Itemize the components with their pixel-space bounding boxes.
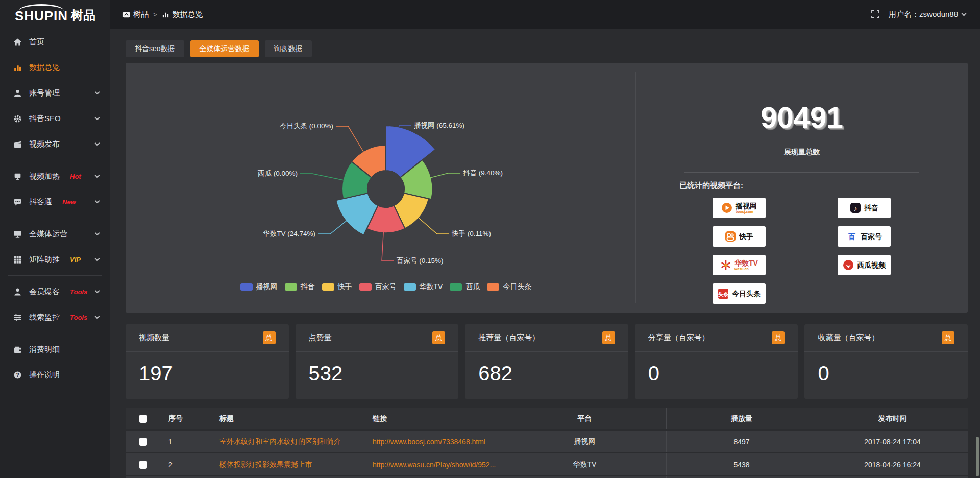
legend-item-播视网[interactable]: 播视网 (240, 282, 278, 292)
legend-item-百家号[interactable]: 百家号 (359, 282, 397, 292)
legend-swatch (322, 283, 334, 291)
legend-swatch (240, 283, 253, 291)
sidebar-item-5[interactable]: 视频发布 (0, 131, 110, 157)
cell-url-link[interactable]: http://www.wasu.cn/Play/show/id/952... (365, 453, 503, 475)
platforms-label: 已统计的视频平台: (679, 181, 968, 190)
cell-url-link[interactable]: http://www.boosj.com/7338468.html (365, 431, 503, 452)
sidebar-item-3[interactable]: 账号管理 (0, 80, 110, 106)
stat-card-1: 视频数量 总 197 (126, 324, 289, 399)
sidebar-item-6[interactable]: 视频加热 Hot (0, 163, 110, 189)
sidebar-item-8[interactable]: 全媒体运营 (0, 221, 110, 247)
platform-badge-name: 西瓜视频 (857, 261, 886, 269)
legend-label: 播视网 (256, 282, 278, 292)
tab-3[interactable]: 询盘数据 (265, 40, 312, 57)
total-badge[interactable]: 总 (942, 331, 954, 344)
platform-share-pie-chart[interactable]: 播视网 (65.61%)抖音 (9.40%)快手 (0.11%)百家号 (0.1… (126, 63, 635, 313)
sidebar-item-label: 抖客通 (29, 197, 52, 207)
sidebar-item-tag: VIP (70, 256, 81, 264)
sidebar-item-4[interactable]: 抖音SEO (0, 106, 110, 131)
stat-card-title: 收藏量（百家号） (818, 333, 879, 343)
breadcrumb-item-data-overview[interactable]: 数据总览 (162, 10, 203, 19)
legend-label: 抖音 (301, 282, 315, 292)
stat-card-title: 推荐量（百家号） (478, 333, 540, 343)
stat-card-5: 收藏量（百家号） 总 0 (804, 324, 968, 399)
sidebar-item-10[interactable]: 会员爆客 Tools (0, 279, 110, 304)
chevron-down-icon (95, 288, 100, 293)
stat-cards-row: 视频数量 总 197 点赞量 总 532 推荐量（百家号） 总 682 分享量（… (126, 324, 968, 399)
legend-item-快手[interactable]: 快手 (322, 282, 352, 292)
tab-1[interactable]: 抖音seo数据 (126, 40, 184, 57)
platform-badge-播视网[interactable]: 播视网 boosj.com (713, 198, 766, 218)
total-badge[interactable]: 总 (772, 331, 785, 344)
row-select-cell (126, 431, 161, 452)
cell-date: 2017-08-24 17:04 (817, 431, 968, 452)
platform-badge-西瓜视频[interactable]: 西瓜视频 (838, 255, 891, 275)
douyin-logo: ♪ (850, 202, 861, 213)
sidebar-item-13[interactable]: ? 操作说明 (0, 362, 110, 388)
pie-label-line (318, 220, 347, 234)
legend-item-华数TV[interactable]: 华数TV (404, 282, 443, 292)
col-header-plays: 播放量 (667, 408, 817, 429)
legend-label: 西瓜 (465, 282, 480, 292)
col-header-platform: 平台 (503, 408, 667, 429)
sidebar-item-11[interactable]: 线索监控 Tools (0, 304, 110, 330)
total-impressions-label: 展现量总数 (636, 148, 968, 157)
platform-badge-name: 快手 (739, 233, 753, 240)
sidebar-item-9[interactable]: 矩阵助推 VIP (0, 247, 110, 272)
legend-label: 快手 (338, 282, 352, 292)
chevron-down-icon (95, 115, 100, 120)
total-badge[interactable]: 总 (263, 331, 276, 344)
row-checkbox[interactable] (139, 461, 147, 469)
legend-item-西瓜[interactable]: 西瓜 (450, 282, 480, 292)
sidebar-item-1[interactable]: 首页 (0, 29, 110, 55)
legend-label: 今日头条 (503, 282, 531, 292)
wallet-icon (13, 345, 22, 354)
cell-title-link[interactable]: 楼体投影灯投影效果震撼上市 (212, 453, 365, 475)
scrollbar-thumb[interactable] (976, 437, 979, 476)
table-header-row: 序号 标题 链接 平台 播放量 发布时间 (126, 408, 968, 429)
cell-title-link[interactable]: 室外水纹灯和室内水纹灯的区别和简介 (212, 431, 365, 452)
platform-badge-name: 抖音 (864, 204, 878, 211)
svg-text:♪: ♪ (854, 204, 857, 212)
total-badge[interactable]: 总 (432, 331, 445, 344)
platform-badge-抖音[interactable]: ♪ 抖音 (838, 198, 891, 218)
stat-card-header: 分享量（百家号） 总 (635, 324, 798, 352)
sidebar-divider (8, 333, 102, 333)
fullscreen-icon[interactable] (871, 10, 879, 18)
breadcrumb-item-shupin[interactable]: 树品 (122, 10, 149, 19)
clapper-icon (13, 140, 22, 149)
total-badge[interactable]: 总 (602, 331, 615, 344)
sidebar-item-label: 数据总览 (29, 63, 60, 73)
sidebar-item-tag: Tools (70, 288, 87, 296)
pie-label-line (430, 173, 460, 178)
sidebar-item-12[interactable]: 消费明细 (0, 337, 110, 362)
platform-badge-华数TV[interactable]: 华数TV wasu.cn (713, 255, 766, 275)
sidebar-item-7[interactable]: 抖客通 New (0, 189, 110, 214)
cell-plays: 5438 (667, 453, 817, 475)
user-menu[interactable]: 用户名：zswodun88 (889, 10, 966, 19)
divider (684, 172, 919, 173)
chat-icon (13, 198, 22, 206)
platform-badge-快手[interactable]: 快手 (713, 226, 766, 247)
legend-item-抖音[interactable]: 抖音 (285, 282, 315, 292)
cell-index: 2 (161, 453, 212, 475)
tab-2[interactable]: 全媒体运营数据 (190, 40, 259, 57)
legend-item-今日头条[interactable]: 今日头条 (487, 282, 531, 292)
legend-label: 百家号 (375, 282, 397, 292)
sidebar-item-2[interactable]: 数据总览 (0, 55, 110, 80)
sidebar-item-label: 视频加热 (29, 172, 60, 181)
select-all-checkbox[interactable] (139, 415, 147, 423)
stat-card-header: 点赞量 总 (296, 324, 459, 352)
cell-date: 2018-04-26 16:24 (817, 453, 968, 475)
platform-badge-name: 百家号 (861, 233, 882, 240)
cell-index: 1 (161, 431, 212, 452)
chevron-down-icon (962, 11, 967, 16)
baijia-logo: 百 (846, 231, 857, 242)
chart-panel: 播视网 (65.61%)抖音 (9.40%)快手 (0.11%)百家号 (0.1… (126, 63, 968, 313)
row-checkbox[interactable] (139, 438, 147, 446)
app-logo[interactable]: SHUPIN 树品 (0, 0, 110, 29)
cell-plays: 8497 (667, 431, 817, 452)
platform-badge-百家号[interactable]: 百 百家号 (838, 226, 891, 247)
summary-section: 90491 展现量总数 已统计的视频平台: 播视网 boosj.com 快手 华… (635, 72, 968, 303)
platform-badge-今日头条[interactable]: 头条 今日头条 (713, 283, 766, 304)
